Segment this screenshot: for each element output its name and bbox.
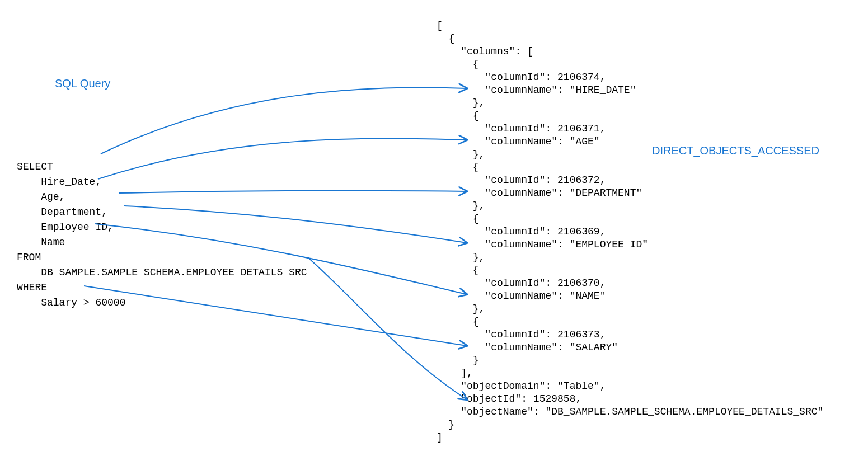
sql-col-hire-date: Hire_Date, xyxy=(17,176,101,187)
sql-col-department: Department, xyxy=(17,206,107,218)
sql-col-age: Age, xyxy=(17,191,65,203)
sql-code-block: SELECT Hire_Date, Age, Department, Emplo… xyxy=(17,144,307,311)
sql-table: DB_SAMPLE.SAMPLE_SCHEMA.EMPLOYEE_DETAILS… xyxy=(17,267,307,278)
sql-col-name: Name xyxy=(17,237,65,248)
sql-query-label: SQL Query xyxy=(55,77,110,90)
json-output-block: [ { "columns": [ { "columnId": 2106374, … xyxy=(437,20,823,444)
sql-select: SELECT xyxy=(17,161,53,172)
sql-cond-salary: Salary > 60000 xyxy=(17,297,125,308)
sql-where: WHERE xyxy=(17,282,47,293)
sql-from: FROM xyxy=(17,252,41,263)
sql-col-employee-id: Employee_ID, xyxy=(17,222,114,233)
